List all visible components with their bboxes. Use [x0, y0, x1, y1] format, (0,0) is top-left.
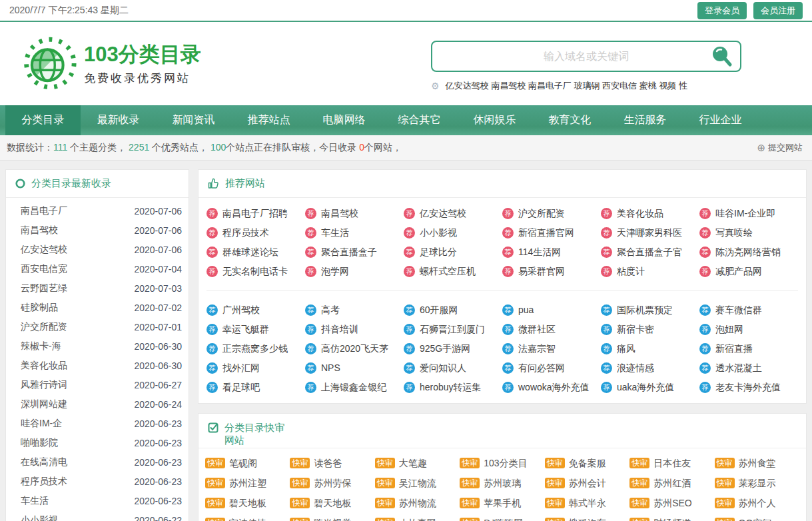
recommended-site-link[interactable]: 荐有问必答网 [502, 358, 601, 378]
recommended-site-link[interactable]: 荐高考 [305, 300, 404, 320]
quick-review-site-link[interactable]: 快审莱彩显示 [715, 473, 799, 493]
list-item[interactable]: 云野园艺绿2020-07-03 [6, 278, 189, 298]
recommended-site-link[interactable]: 荐wowoka海外充值 [502, 378, 601, 397]
search-button[interactable] [711, 45, 733, 68]
quick-review-site-link[interactable]: 快审嗨尚视觉 [290, 513, 374, 521]
site-name-link[interactable]: 云野园艺绿 [21, 282, 67, 294]
quick-review-site-link[interactable]: 快审碧天地板 [205, 493, 290, 513]
nav-item-link[interactable]: 行业企业 [683, 105, 758, 135]
nav-item-link[interactable]: 休闲娱乐 [457, 105, 532, 135]
recommended-site-link[interactable]: 荐找外汇网 [206, 358, 305, 378]
quick-review-site-link[interactable]: 快审苏州SEO [629, 493, 714, 513]
recommended-site-link[interactable]: 荐高仿2020飞天茅 [305, 339, 404, 358]
quick-review-site-link[interactable]: 快审读爸爸 [290, 453, 374, 473]
site-name-link[interactable]: 哇谷IM-企 [21, 418, 62, 430]
recommended-site-link[interactable]: 荐减肥产品网 [699, 262, 798, 281]
list-item[interactable]: 亿安达驾校2020-07-06 [6, 240, 189, 259]
recommended-site-link[interactable]: 荐上海锻鑫金银纪 [305, 378, 404, 397]
site-name-link[interactable]: 啪啪影院 [21, 437, 58, 449]
recommended-site-link[interactable]: 荐赛车微信群 [699, 300, 798, 320]
site-name-link[interactable]: 辣椒卡-海 [21, 340, 61, 352]
hot-keyword-link[interactable]: 性 [679, 81, 687, 91]
recommended-site-link[interactable]: 荐亿安达驾校 [404, 204, 502, 223]
list-item[interactable]: 车生活2020-06-23 [6, 491, 189, 510]
recommended-site-link[interactable]: 荐南昌驾校 [305, 204, 404, 223]
list-item[interactable]: 小小影视2020-06-22 [6, 510, 189, 521]
list-item[interactable]: 哇谷IM-企2020-06-23 [6, 414, 189, 433]
quick-review-site-link[interactable]: 快审苏州物流 [375, 493, 460, 513]
recommended-site-link[interactable]: 荐南昌电子厂招聘 [206, 204, 305, 223]
list-item[interactable]: 美容化妆品2020-06-30 [6, 356, 189, 375]
recommended-site-link[interactable]: 荐新宿直播官网 [502, 223, 601, 243]
recommended-site-link[interactable]: 荐微群社区 [502, 320, 601, 339]
site-name-link[interactable]: 南昌驾校 [21, 225, 58, 237]
recommended-site-link[interactable]: 荐NPS [305, 358, 404, 378]
nav-item-link[interactable]: 电脑网络 [306, 105, 382, 135]
quick-review-site-link[interactable]: 快审碧天地板 [290, 493, 374, 513]
recommended-site-link[interactable]: 荐925G手游网 [404, 339, 502, 358]
nav-item-link[interactable]: 最新收录 [81, 105, 156, 135]
recommended-site-link[interactable]: 荐写真喷绘 [699, 223, 798, 243]
list-item[interactable]: 南昌电子厂2020-07-06 [6, 201, 189, 221]
recommended-site-link[interactable]: 荐法嘉宗智 [502, 339, 601, 358]
register-button[interactable]: 会员注册 [753, 2, 803, 19]
list-item[interactable]: 西安电信宽2020-07-04 [6, 259, 189, 278]
recommended-site-link[interactable]: 荐广州驾校 [206, 300, 305, 320]
nav-item-active[interactable]: 分类目录 [5, 105, 81, 135]
recommended-site-link[interactable]: 荐herobuy转运集 [404, 378, 502, 397]
recommended-site-link[interactable]: 荐浪迹情感 [601, 358, 699, 378]
site-name-link[interactable]: 程序员技术 [21, 476, 67, 488]
recommended-site-link[interactable]: 荐泡学网 [305, 262, 404, 281]
list-item[interactable]: 硅胶制品2020-07-02 [6, 298, 189, 317]
recommended-site-link[interactable]: 荐抖音培训 [305, 320, 404, 339]
quick-review-site-link[interactable]: 快审苹果手机 [460, 493, 544, 513]
recommended-site-link[interactable]: 荐足球比分 [404, 243, 502, 262]
hot-keyword-link[interactable]: 视频 [659, 81, 676, 91]
site-name-link[interactable]: 小小影视 [21, 514, 58, 521]
quick-review-site-link[interactable]: 快审DJ嗨嗨网 [460, 513, 544, 521]
recommended-site-link[interactable]: 荐正宗燕窝多少钱 [206, 339, 305, 358]
hot-keyword-link[interactable]: 玻璃钢 [574, 81, 600, 91]
list-item[interactable]: 南昌驾校2020-07-06 [6, 221, 189, 240]
recommended-site-link[interactable]: 荐螺杆式空压机 [404, 262, 502, 281]
quick-review-site-link[interactable]: 快审苏州个人 [715, 493, 799, 513]
nav-item-link[interactable]: 教育文化 [532, 105, 608, 135]
recommended-site-link[interactable]: 荐uaka海外充值 [601, 378, 699, 397]
recommended-site-link[interactable]: 荐114生活网 [502, 243, 601, 262]
site-name-link[interactable]: 在线高清电 [21, 456, 67, 468]
recommended-site-link[interactable]: 荐程序员技术 [206, 223, 305, 243]
recommended-site-link[interactable]: 荐无实名制电话卡 [206, 262, 305, 281]
recommended-site-link[interactable]: 荐沪交所配资 [502, 204, 601, 223]
quick-review-site-link[interactable]: 快审韩式半永 [545, 493, 629, 513]
quick-review-site-link[interactable]: 快审宁波佳捷 [205, 513, 290, 521]
quick-review-site-link[interactable]: 快审103分类目 [460, 453, 544, 473]
site-name-link[interactable]: 沪交所配资 [21, 321, 67, 333]
quick-review-site-link[interactable]: 快审苏州注塑 [205, 473, 290, 493]
site-name-link[interactable]: 西安电信宽 [21, 263, 67, 275]
site-name-link[interactable]: 南昌电子厂 [21, 205, 67, 217]
list-item[interactable]: 啪啪影院2020-06-23 [6, 433, 189, 452]
quick-review-site-link[interactable]: 快审苏州劳保 [290, 473, 374, 493]
recommended-site-link[interactable]: 荐群雄球迷论坛 [206, 243, 305, 262]
nav-item-link[interactable]: 新闻资讯 [156, 105, 231, 135]
site-name-link[interactable]: 硅胶制品 [21, 302, 58, 314]
recommended-site-link[interactable]: 荐新宿卡密 [601, 320, 699, 339]
recommended-site-link[interactable]: 荐石狮晋江到厦门 [404, 320, 502, 339]
login-button[interactable]: 登录会员 [697, 2, 747, 19]
recommended-site-link[interactable]: 荐透水混凝土 [699, 358, 798, 378]
hot-keyword-link[interactable]: 南昌电子厂 [528, 81, 572, 91]
quick-review-site-link[interactable]: 快审财经频道_ [629, 513, 714, 521]
quick-review-site-link[interactable]: 快审大笔趣 [375, 453, 460, 473]
quick-review-site-link[interactable]: 快审苏州红酒 [629, 473, 714, 493]
quick-review-site-link[interactable]: 快审日本住友 [629, 453, 714, 473]
submit-site-link[interactable]: ⊕ 提交网站 [757, 142, 803, 154]
hot-keyword-link[interactable]: 西安电信 [602, 81, 637, 91]
site-logo[interactable]: 103分类目录 免费收录优秀网站 [20, 34, 201, 93]
recommended-site-link[interactable]: 荐爱问知识人 [404, 358, 502, 378]
quick-review-site-link[interactable]: 快审免备案服 [545, 453, 629, 473]
quick-review-site-link[interactable]: 快审苏州会计 [545, 473, 629, 493]
recommended-site-link[interactable]: 荐泡妞网 [699, 320, 798, 339]
list-item[interactable]: 程序员技术2020-06-23 [6, 472, 189, 491]
recommended-site-link[interactable]: 荐新宿直播 [699, 339, 798, 358]
list-item[interactable]: 深圳网站建2020-06-24 [6, 394, 189, 414]
